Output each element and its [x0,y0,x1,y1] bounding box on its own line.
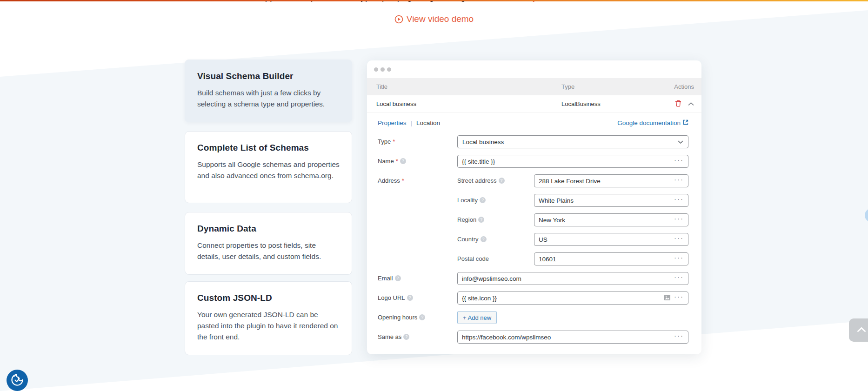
help-icon[interactable]: ? [403,334,409,340]
street-address-input[interactable] [539,175,671,186]
subfield-label-locality: Locality [457,197,478,207]
chevron-up-icon [857,327,866,334]
field-row-address: Address* Street address? ··· Locality? ·… [378,174,688,265]
field-label-same-as: Same as [378,333,401,340]
add-new-opening-hours-button[interactable]: + Add new [457,311,497,324]
field-row-logo-url: Logo URL? ··· [378,292,688,305]
chevron-up-icon [688,100,694,107]
help-icon[interactable]: ? [481,236,487,242]
subfield-row-country: Country? ··· [457,233,688,246]
field-options-ellipsis-button[interactable]: ··· [674,255,684,263]
feature-card-description: Your own generated JSON-LD can be pasted… [197,309,340,343]
feature-card-title: Custom JSON-LD [197,293,340,303]
subfield-row-street-address: Street address? ··· [457,174,688,187]
trash-icon [675,100,681,108]
image-icon [664,294,671,302]
schema-table-row: Local business LocalBusiness [367,95,701,113]
name-input-wrap: ··· [457,155,688,168]
feature-card-title: Visual Schema Builder [197,71,340,81]
name-input[interactable] [462,156,671,167]
schema-row-title: Local business [376,100,561,107]
field-options-ellipsis-button[interactable]: ··· [674,177,684,185]
tab-location[interactable]: Location [416,119,440,126]
field-label-name: Name [378,158,394,165]
google-documentation-label: Google documentation [617,119,681,126]
help-icon[interactable]: ? [480,197,486,203]
column-header-actions: Actions [663,83,694,90]
subfield-row-postal-code: Postal code ··· [457,252,688,265]
feature-card-visual-schema-builder[interactable]: Visual Schema Builder Build schemas with… [185,60,352,122]
field-row-same-as: Same as? ··· [378,331,688,344]
scroll-to-top-button[interactable] [849,318,868,342]
help-icon[interactable]: ? [478,217,484,223]
cookie-consent-button[interactable] [7,370,28,391]
field-options-ellipsis-button[interactable]: ··· [674,294,684,302]
subfield-label-region: Region [457,216,476,226]
feature-card-list: Visual Schema Builder Build schemas with… [185,60,352,364]
required-asterisk: * [396,158,398,165]
field-options-ellipsis-button[interactable]: ··· [674,197,684,204]
feature-card-description: Build schemas with just a few clicks by … [197,87,340,110]
window-dot-icon [387,67,391,72]
feature-card-title: Dynamic Data [197,224,340,234]
cookie-check-icon [10,373,24,388]
collapse-schema-button[interactable] [688,100,694,107]
same-as-input[interactable] [462,331,671,343]
tab-properties[interactable]: Properties [378,119,407,126]
field-options-ellipsis-button[interactable]: ··· [674,275,684,282]
subfield-label-postal-code: Postal code [457,255,489,265]
feature-card-description: Connect properties to post fields, site … [197,240,340,262]
editor-tabs-row: Properties | Location Google documentati… [378,119,688,126]
required-asterisk: * [402,177,404,184]
external-link-icon [683,119,688,126]
delete-schema-button[interactable] [675,100,681,108]
feature-card-custom-json-ld[interactable]: Custom JSON-LD Your own generated JSON-L… [185,281,352,355]
field-options-ellipsis-button[interactable]: ··· [674,333,684,341]
field-label-address: Address [378,177,400,184]
subfield-row-region: Region? ··· [457,213,688,226]
field-label-opening-hours: Opening hours [378,314,417,321]
schema-editor-body: Properties | Location Google documentati… [367,113,701,344]
subfield-row-locality: Locality? ··· [457,194,688,207]
help-icon[interactable]: ? [395,275,401,281]
schema-builder-window: Title Type Actions Local business LocalB… [367,60,701,354]
window-dot-icon [374,67,378,72]
locality-input[interactable] [539,195,671,206]
schema-table-header: Title Type Actions [367,78,701,95]
subfield-label-country: Country [457,236,479,246]
type-select[interactable]: Local business [457,135,688,148]
window-dot-icon [381,67,385,72]
view-video-demo-link[interactable]: View video demo [394,14,474,24]
top-accent-bar [0,0,868,1]
column-header-title: Title [376,83,561,90]
window-title-bar [367,60,701,78]
help-icon[interactable]: ? [400,158,406,164]
email-input[interactable] [462,273,671,284]
region-input[interactable] [539,214,671,225]
google-documentation-link[interactable]: Google documentation [617,119,688,126]
field-label-type: Type [378,138,391,145]
field-label-email: Email [378,275,393,282]
field-row-email: Email? ··· [378,272,688,285]
feature-card-dynamic-data[interactable]: Dynamic Data Connect properties to post … [185,212,352,275]
help-icon[interactable]: ? [499,178,505,184]
view-video-demo-label: View video demo [407,14,474,24]
feature-card-description: Supports all Google schemas and properti… [197,159,340,181]
help-icon[interactable]: ? [419,314,425,320]
field-row-opening-hours: Opening hours? + Add new [378,311,688,324]
play-icon [394,15,403,24]
feature-card-title: Complete List of Schemas [197,143,340,153]
postal-code-input[interactable] [539,253,671,265]
field-options-ellipsis-button[interactable]: ··· [674,236,684,243]
help-icon[interactable]: ? [407,295,413,301]
country-input[interactable] [539,234,671,245]
video-demo-row: View video demo [0,14,868,26]
select-image-button[interactable] [664,294,671,302]
field-label-logo-url: Logo URL [378,294,405,301]
field-options-ellipsis-button[interactable]: ··· [674,216,684,224]
type-select-value: Local business [462,139,504,146]
feature-card-complete-list-of-schemas[interactable]: Complete List of Schemas Supports all Go… [185,131,352,203]
logo-url-input[interactable] [462,292,661,304]
field-row-type: Type* Local business [378,135,688,148]
field-options-ellipsis-button[interactable]: ··· [674,158,684,165]
